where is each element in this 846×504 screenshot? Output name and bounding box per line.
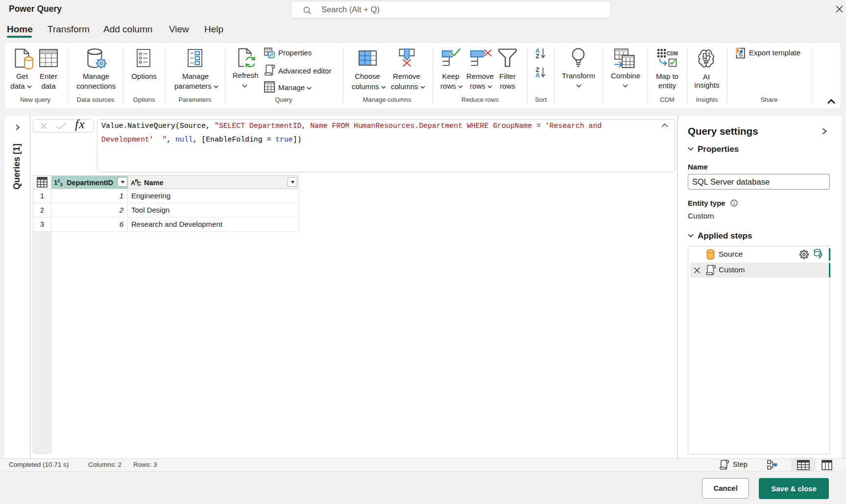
svg-text:CDM: CDM xyxy=(667,51,678,56)
svg-text:A: A xyxy=(535,72,540,78)
svg-text:3: 3 xyxy=(60,182,63,187)
svg-text:Z: Z xyxy=(536,53,539,59)
svg-text:C: C xyxy=(137,181,141,187)
